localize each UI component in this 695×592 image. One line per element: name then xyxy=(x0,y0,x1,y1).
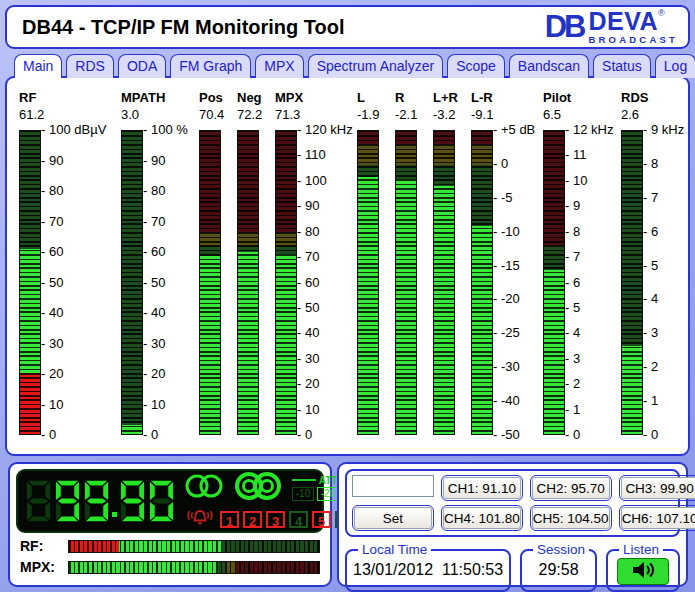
page-title: DB44 - TCP/IP FM Monitoring Tool xyxy=(22,16,345,39)
meter-rds: RDS2.6 xyxy=(621,90,643,454)
preset-slot: CH4: 101.80 xyxy=(441,505,523,531)
tick-label: 100 xyxy=(297,173,327,189)
tick-label: 3 xyxy=(565,351,580,367)
deva-logo: DB DEVA® BROADCAST xyxy=(545,9,678,45)
tab-spectrum-analyzer[interactable]: Spectrum Analyzer xyxy=(308,54,444,78)
tick-label: 30 xyxy=(143,336,165,352)
tick-label: 40 xyxy=(41,305,63,321)
tick-label: 60 xyxy=(297,275,319,291)
preset-ch4-button[interactable]: CH4: 101.80 xyxy=(443,507,521,529)
mono-indicator-icon xyxy=(184,472,224,504)
tick-label: 9 xyxy=(565,198,580,214)
meter-l: L-1.9 xyxy=(357,90,379,454)
meter-r: R-2.1 xyxy=(395,90,417,454)
tick-label: 50 xyxy=(41,275,63,291)
tick-label: -15 xyxy=(493,258,520,274)
logo-subtitle: BROADCAST xyxy=(589,35,679,45)
channel-indicator-2: 2 xyxy=(243,511,262,528)
meter-bar xyxy=(543,130,565,435)
set-button[interactable]: Set xyxy=(354,507,432,529)
tick-label: 10 xyxy=(297,402,319,418)
deva-monogram-icon: DB xyxy=(545,14,584,40)
tick-label: 60 xyxy=(143,244,165,260)
preset-ch2-button[interactable]: CH2: 95.70 xyxy=(532,477,610,499)
speaker-icon xyxy=(630,560,656,583)
meter-group-mpath: MPATH3.0100 %9080706050403020100 xyxy=(121,90,199,454)
tick-label: 1 xyxy=(643,393,658,409)
preset-ch3-button[interactable]: CH3: 99.90 xyxy=(621,477,695,499)
channel-indicator-3: 3 xyxy=(266,511,285,528)
tick-label: 70 xyxy=(297,249,319,265)
preset-slot: CH6: 107.10 xyxy=(619,505,695,531)
tick-label: -40 xyxy=(493,393,520,409)
att-option--10: -10 xyxy=(292,487,314,501)
tick-label: 60 xyxy=(41,244,63,260)
preset-ch5-button[interactable]: CH5: 104.50 xyxy=(532,507,610,529)
tick-label: 90 xyxy=(41,153,63,169)
tick-label: 80 xyxy=(41,183,63,199)
meter-bar xyxy=(199,130,221,435)
preset-ch1-button[interactable]: CH1: 91.10 xyxy=(443,477,521,499)
meter-label: RDS xyxy=(621,90,643,107)
local-time-group: Local Time 13/01/2012 11:50:53 xyxy=(345,542,511,592)
tick-label: 7 xyxy=(565,249,580,265)
tick-label: 9 kHz xyxy=(643,122,684,138)
tick-label: 50 xyxy=(143,275,165,291)
tick-label: 8 xyxy=(565,224,580,240)
meter-bar xyxy=(395,130,417,435)
meter-label: L-R xyxy=(471,90,493,107)
tick-label: 4 xyxy=(643,291,658,307)
meter-label: MPX xyxy=(275,90,297,107)
att-option--20: -20 xyxy=(317,487,339,501)
tick-label: 5 xyxy=(643,258,658,274)
tab-rds[interactable]: RDS xyxy=(66,54,114,78)
mpx-hmeter-bar xyxy=(68,561,320,574)
tab-fm-graph[interactable]: FM Graph xyxy=(170,54,251,78)
tick-label: 80 xyxy=(143,183,165,199)
tick-label: 50 xyxy=(297,300,319,316)
stereo-indicator-icon xyxy=(233,471,283,505)
tick-label: 0 xyxy=(565,427,580,443)
logo-name: DEVA xyxy=(589,7,659,35)
tick-label: 20 xyxy=(297,376,319,392)
tab-main[interactable]: Main xyxy=(14,54,62,78)
meter-bar xyxy=(433,130,455,435)
tick-label: 7 xyxy=(643,190,658,206)
tab-log[interactable]: Log xyxy=(655,54,695,78)
meter-value: 6.5 xyxy=(543,107,565,126)
tick-label: 10 xyxy=(143,397,165,413)
tick-label: 1 xyxy=(565,402,580,418)
meter-label: L+R xyxy=(433,90,455,107)
meter-scale-mpath: 100 %9080706050403020100 xyxy=(143,130,199,435)
meter-mpx: MPX71.3 xyxy=(275,90,297,454)
listen-button[interactable] xyxy=(617,558,669,585)
meter-bar xyxy=(357,130,379,435)
meter-bar xyxy=(19,130,41,435)
tick-label: -30 xyxy=(493,359,520,375)
tick-label: 5 xyxy=(565,300,580,316)
tab-bandscan[interactable]: Bandscan xyxy=(509,54,589,78)
tick-label: 0 xyxy=(297,427,312,443)
tab-oda[interactable]: ODA xyxy=(118,54,166,78)
title-bar: DB44 - TCP/IP FM Monitoring Tool DB DEVA… xyxy=(5,5,690,49)
session-group: Session 29:58 xyxy=(520,542,597,592)
frequency-input[interactable] xyxy=(352,475,434,497)
channel-indicator-4: 4 xyxy=(289,511,308,528)
tick-label: 6 xyxy=(565,275,580,291)
local-time-label: Local Time xyxy=(358,542,431,557)
listen-label: Listen xyxy=(619,542,663,557)
tab-status[interactable]: Status xyxy=(593,54,651,78)
tick-label: 70 xyxy=(143,214,165,230)
tab-scope[interactable]: Scope xyxy=(447,54,505,78)
att-label: ATT xyxy=(319,475,338,486)
tick-label: 100 dBµV xyxy=(41,122,106,138)
meter-value: -3.2 xyxy=(433,107,455,126)
tick-label: 90 xyxy=(297,198,319,214)
session-label: Session xyxy=(533,542,589,557)
preset-slot: CH2: 95.70 xyxy=(530,475,612,501)
tick-label: 20 xyxy=(143,366,165,382)
listen-group: Listen xyxy=(606,542,680,592)
tab-mpx[interactable]: MPX xyxy=(255,54,303,78)
tick-label: 40 xyxy=(143,305,165,321)
preset-ch6-button[interactable]: CH6: 107.10 xyxy=(621,507,695,529)
